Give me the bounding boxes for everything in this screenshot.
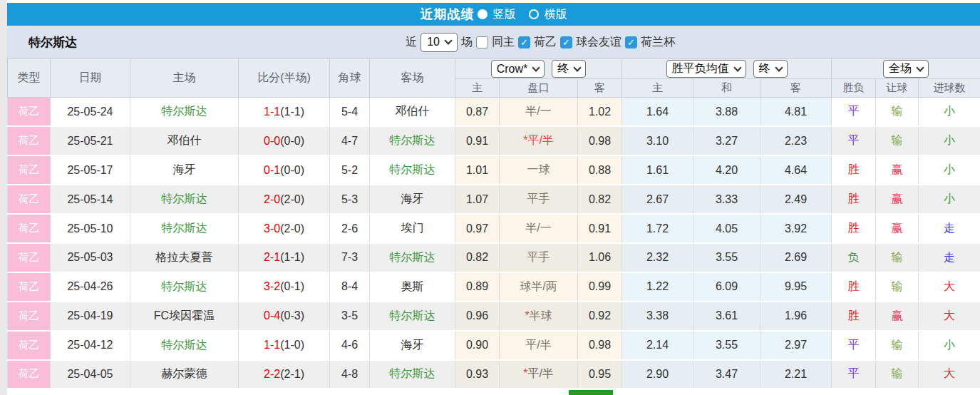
avg-away-cell: 9.95 <box>760 272 832 302</box>
corner-cell: 8-4 <box>330 272 370 302</box>
goals-cell: 大 <box>919 302 980 331</box>
goals-cell: 小 <box>919 98 980 127</box>
corner-cell: 5-2 <box>330 155 370 185</box>
handicap-text: 半/一 <box>525 105 551 117</box>
radio-unselected-icon[interactable] <box>529 9 539 19</box>
avg-home-cell: 1.61 <box>622 155 693 185</box>
away-team-cell: 埃门 <box>370 214 455 243</box>
match-row: 荷乙 25-04-12 特尔斯达 1-1(1-0) 4-6 海牙 0.90 平/… <box>8 331 980 360</box>
odds-away-cell: 0.82 <box>578 185 622 214</box>
handicap-text: 平手 <box>527 251 550 263</box>
corner-cell: 7-3 <box>330 243 370 272</box>
same-home-label[interactable]: 同主 <box>492 35 515 50</box>
result-cell: 胜 <box>832 272 876 302</box>
away-team-cell: 海牙 <box>370 331 455 360</box>
avg-away-cell: 1.96 <box>760 302 832 331</box>
odds-home-cell: 1.01 <box>455 155 500 185</box>
result-cell: 胜 <box>832 214 876 243</box>
handicap-text: 平/半 <box>525 339 551 351</box>
filter-group: 近 10 场 同主 荷乙 球会友谊 荷兰杯 <box>406 33 675 52</box>
avg-state-select[interactable]: 终 <box>753 60 788 78</box>
avg-odds-select[interactable]: 胜平负均值 <box>666 60 746 78</box>
bottom-cutoff-box <box>569 390 613 395</box>
odds-state-select[interactable]: 终 <box>552 60 586 78</box>
avg-draw-cell: 3.33 <box>693 185 760 214</box>
score-cell: 2-2(2-1) <box>239 360 330 389</box>
friendly-label[interactable]: 球会友谊 <box>576 35 621 50</box>
date-cell: 25-04-19 <box>51 302 130 331</box>
avg-draw-cell: 4.05 <box>693 214 760 243</box>
date-cell: 25-05-14 <box>51 185 130 214</box>
fulltime-score: 2-2 <box>264 368 280 380</box>
match-count-select[interactable]: 10 <box>421 33 458 52</box>
cup-checkbox[interactable] <box>625 36 637 48</box>
subheader-result: 胜负 <box>832 79 876 98</box>
match-row: 荷乙 25-05-21 邓伯什 0-0(0-0) 4-7 特尔斯达 0.91 *… <box>8 126 980 155</box>
let-goal-cell: 输 <box>876 126 919 155</box>
matches-label: 场 <box>461 35 473 50</box>
scope-value: 全场 <box>889 61 912 76</box>
league-type-cell: 荷乙 <box>8 302 51 331</box>
avg-home-cell: 2.67 <box>622 185 693 214</box>
handicap-text: 平/半 <box>527 134 553 146</box>
radio-vertical-label[interactable]: 竖版 <box>493 7 516 22</box>
avg-away-cell: 4.64 <box>760 155 832 185</box>
league-label[interactable]: 荷乙 <box>534 35 557 50</box>
halftime-score: (0-3) <box>280 309 304 322</box>
avg-home-cell: 2.32 <box>622 243 693 272</box>
odds-group-header: Crow* 终 <box>455 59 622 79</box>
handicap-text: 一球 <box>527 163 550 175</box>
handicap-text: 球半/两 <box>520 280 557 292</box>
same-home-checkbox[interactable] <box>476 36 488 48</box>
result-cell: 平 <box>832 98 876 127</box>
subheader-let-goal: 让球 <box>876 79 919 98</box>
radio-horizontal-label[interactable]: 横版 <box>545 7 567 22</box>
odds-home-cell: 0.96 <box>455 302 500 331</box>
subheader-handicap: 盘口 <box>500 79 578 98</box>
home-team-cell: 海牙 <box>130 155 239 185</box>
result-cell: 平 <box>832 331 876 360</box>
subheader-avg-away: 客 <box>760 79 832 98</box>
league-type-cell: 荷乙 <box>8 185 51 214</box>
result-cell: 胜 <box>832 185 876 214</box>
bookmaker-select[interactable]: Crow* <box>491 60 545 78</box>
cup-label[interactable]: 荷兰杯 <box>641 35 675 50</box>
odds-away-cell: 1.02 <box>578 98 622 127</box>
col-header-away: 客场 <box>370 59 455 98</box>
home-team-cell: 特尔斯达 <box>130 331 239 360</box>
halftime-score: (0-0) <box>280 135 304 147</box>
league-type-cell: 荷乙 <box>8 331 51 360</box>
subheader-avg-draw: 和 <box>693 79 760 98</box>
avg-draw-cell: 6.09 <box>693 272 760 302</box>
goals-cell: 大 <box>919 272 980 302</box>
scope-select[interactable]: 全场 <box>883 60 929 78</box>
odds-home-cell: 0.91 <box>455 126 500 155</box>
goals-cell: 小 <box>919 155 980 185</box>
home-team-cell: 特尔斯达 <box>130 214 239 243</box>
avg-draw-cell: 3.27 <box>693 126 760 155</box>
let-goal-cell: 输 <box>876 98 919 127</box>
radio-selected-icon[interactable] <box>478 9 488 19</box>
away-team-cell: 奥斯 <box>370 272 455 302</box>
away-team-cell: 海牙 <box>370 185 455 214</box>
date-cell: 25-04-26 <box>51 272 130 302</box>
handicap-cell: 平手 <box>500 185 578 214</box>
handicap-text: 半球 <box>530 309 552 322</box>
away-team-cell: 特尔斯达 <box>370 360 455 389</box>
corner-cell: 5-4 <box>330 98 370 127</box>
league-checkbox[interactable] <box>518 36 530 48</box>
handicap-cell: 一球 <box>500 155 578 185</box>
col-header-home: 主场 <box>130 59 239 98</box>
friendly-checkbox[interactable] <box>560 36 572 48</box>
fulltime-score: 2-1 <box>264 251 280 263</box>
chevron-down-icon <box>574 63 582 71</box>
avg-away-cell: 2.23 <box>760 126 832 155</box>
league-type-cell: 荷乙 <box>8 214 51 243</box>
fulltime-score: 3-2 <box>264 280 280 292</box>
goals-cell: 小 <box>919 185 980 214</box>
avg-home-cell: 1.64 <box>622 98 693 127</box>
avg-away-cell: 3.92 <box>760 214 832 243</box>
odds-home-cell: 0.87 <box>455 98 500 127</box>
odds-home-cell: 0.82 <box>455 243 500 272</box>
results-tbody: 荷乙 25-05-24 特尔斯达 1-1(1-1) 5-4 邓伯什 0.87 半… <box>8 98 980 389</box>
